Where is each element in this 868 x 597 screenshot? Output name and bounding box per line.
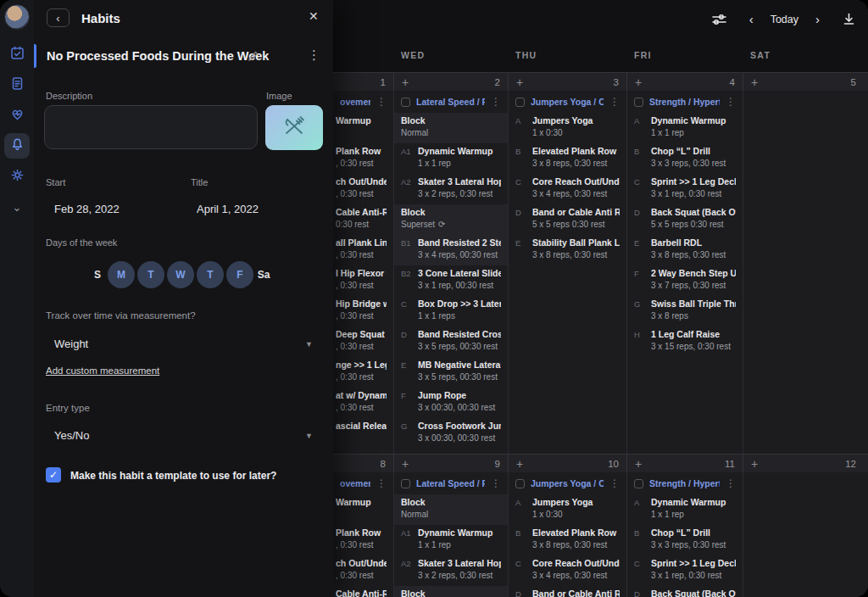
close-icon[interactable]: ✕ <box>309 9 319 23</box>
entry-type-caret-icon[interactable]: ▼ <box>305 432 313 440</box>
workout-title[interactable]: Jumpers Yoga / Core <box>531 97 604 107</box>
workout-title[interactable]: Lateral Speed / Plyo <box>416 478 485 488</box>
exercise-row[interactable]: GSwiss Ball Triple Threat3 x 8 reps <box>627 296 743 326</box>
exercise-row[interactable]: DBand Resisted Crossover...3 x 5 reps, 0… <box>394 326 508 357</box>
exercise-row[interactable]: A1Dynamic Warmup1 x 1 rep <box>394 143 508 174</box>
workout-kebab-menu-icon[interactable]: ⋮ <box>491 477 501 489</box>
exercise-row[interactable]: A2Skater 3 Lateral Hops >> ...3 x 2 reps… <box>394 174 508 204</box>
workout-checkbox[interactable] <box>634 479 643 488</box>
exercise-row[interactable]: DBack Squat (Back Off Set)5 x 5 reps 0:3… <box>627 586 743 597</box>
add-custom-measurement-link[interactable]: Add custom measurement <box>46 365 159 376</box>
exercise-row[interactable]: BChop “L” Drill3 x 3 reps, 0:30 rest <box>627 143 743 174</box>
exercise-row[interactable]: EMB Negative Lateral Hop...3 x 5 reps, 0… <box>394 357 508 388</box>
workout-kebab-menu-icon[interactable]: ⋮ <box>491 96 501 108</box>
sidebar-item-notifications[interactable] <box>4 133 30 159</box>
exercise-row[interactable]: ascial Release C... <box>333 418 393 449</box>
sidebar-item-settings[interactable] <box>4 164 30 189</box>
exercise-row[interactable]: DBand or Cable Anti Rotati...5 x 5 reps … <box>509 204 626 235</box>
sidebar-item-health[interactable] <box>4 103 30 128</box>
start-date-field[interactable]: Feb 28, 2022 <box>54 203 120 215</box>
exercise-row[interactable]: l Hip Flexor Rais..., 0:30 rest <box>333 265 393 296</box>
add-workout-button[interactable]: + <box>635 76 642 88</box>
workout-title[interactable]: Lateral Speed / Plyo <box>416 97 485 107</box>
day-toggle-t[interactable]: T <box>197 261 224 288</box>
template-checkbox[interactable]: ✓ <box>46 467 61 483</box>
exercise-row[interactable]: A1Dynamic Warmup1 x 1 rep <box>394 525 508 555</box>
day-toggle-s[interactable]: S <box>90 261 105 288</box>
add-workout-button[interactable]: + <box>635 458 642 470</box>
workout-title[interactable]: ovement Q... <box>340 97 370 107</box>
add-workout-button[interactable]: + <box>751 76 758 88</box>
exercise-row[interactable]: CBox Drop >> 3 Lateral H...1 x 1 reps <box>394 296 508 326</box>
add-workout-button[interactable]: + <box>402 458 409 470</box>
measurement-select[interactable]: Weight <box>54 338 88 350</box>
sidebar-item-documents[interactable] <box>4 72 30 98</box>
exercise-row[interactable]: DBand or Cable Anti Rotati...5 x 5 reps … <box>509 586 626 597</box>
exercise-row[interactable]: BElevated Plank Row3 x 8 reps, 0:30 rest <box>509 143 626 174</box>
measurement-caret-icon[interactable]: ▼ <box>305 340 313 349</box>
exercise-row[interactable]: BElevated Plank Row3 x 8 reps, 0:30 rest <box>509 525 626 555</box>
workout-title[interactable]: ovement Q... <box>340 478 370 488</box>
exercise-row[interactable]: AJumpers Yoga1 x 0:30 <box>509 494 626 525</box>
exercise-row[interactable]: ADynamic Warmup1 x 1 rep <box>627 113 743 143</box>
workout-checkbox[interactable] <box>401 98 410 107</box>
exercise-row[interactable]: CSprint >> 1 Leg Declarations3 x 1 rep, … <box>627 174 743 204</box>
prev-week-button[interactable]: ‹ <box>749 13 754 25</box>
exercise-row[interactable]: A2Skater 3 Lateral Hops >> ...3 x 2 reps… <box>394 555 508 586</box>
workout-kebab-menu-icon[interactable]: ⋮ <box>726 96 736 108</box>
workout-title[interactable]: Strength / Hypertro... <box>649 478 720 488</box>
filters-icon[interactable] <box>711 13 727 26</box>
exercise-row[interactable]: BChop “L” Drill3 x 3 reps, 0:30 rest <box>627 525 743 555</box>
end-date-field[interactable]: April 1, 2022 <box>197 203 259 215</box>
back-button[interactable]: ‹ <box>47 8 70 27</box>
exercise-row[interactable]: Warmup <box>333 494 393 525</box>
exercise-row[interactable]: EStability Ball Plank Linear ...3 x 8 re… <box>509 235 626 265</box>
workout-checkbox[interactable] <box>515 479 525 488</box>
exercise-row[interactable]: GCross Footwork Jump Rope3 x 00:30, 00:3… <box>394 418 508 449</box>
day-toggle-m[interactable]: M <box>108 261 135 288</box>
workout-checkbox[interactable] <box>634 98 643 107</box>
exercise-row[interactable]: ch Out/Under, 0:30 rest <box>333 555 393 586</box>
exercise-row[interactable]: Cable Anti-Rotati...0:30 rest <box>333 204 393 235</box>
day-toggle-w[interactable]: W <box>167 261 194 288</box>
workout-kebab-menu-icon[interactable]: ⋮ <box>726 477 736 489</box>
day-toggle-sa[interactable]: Sa <box>256 261 271 288</box>
description-input[interactable] <box>44 105 258 149</box>
habit-image-thumbnail[interactable] <box>265 105 323 150</box>
workout-kebab-menu-icon[interactable]: ⋮ <box>376 96 387 108</box>
exercise-row[interactable]: Cable Anti-Rotati...0:30 rest <box>333 586 393 597</box>
next-week-button[interactable]: › <box>815 13 820 25</box>
exercise-row[interactable]: EBarbell RDL3 x 8 reps, 0:30 rest <box>627 235 743 265</box>
workout-kebab-menu-icon[interactable]: ⋮ <box>609 96 620 108</box>
exercise-row[interactable]: ADynamic Warmup1 x 1 rep <box>627 494 743 525</box>
exercise-row[interactable]: H1 Leg Calf Raise3 x 15 reps, 0:30 rest <box>627 326 743 357</box>
exercise-row[interactable]: at w/ Dynamic P..., 0:30 rest <box>333 388 393 418</box>
exercise-row[interactable]: all Plank Linear ..., 0:30 rest <box>333 235 393 265</box>
exercise-row[interactable]: ch Out/Under, 0:30 rest <box>333 174 393 204</box>
edit-pencil-icon[interactable] <box>248 49 260 65</box>
exercise-row[interactable]: AJumpers Yoga1 x 0:30 <box>509 113 626 143</box>
exercise-row[interactable]: Warmup <box>333 113 393 143</box>
block-row[interactable]: BlockNormal <box>394 494 508 525</box>
block-row[interactable]: BlockSuperset⟳ <box>394 586 508 597</box>
workout-checkbox[interactable] <box>515 98 525 107</box>
add-workout-button[interactable]: + <box>751 458 758 470</box>
workout-checkbox[interactable] <box>401 479 410 488</box>
add-workout-button[interactable]: + <box>516 76 523 88</box>
exercise-row[interactable]: DBack Squat (Back Off Set)5 x 5 reps 0:3… <box>627 204 743 235</box>
exercise-row[interactable]: Hip Bridge w/ ..., 0:30 rest <box>333 296 393 326</box>
download-icon[interactable] <box>842 12 856 26</box>
add-workout-button[interactable]: + <box>402 76 409 88</box>
exercise-row[interactable]: F2 Way Bench Step Up3 x 7 reps, 0:30 res… <box>627 265 743 296</box>
workout-kebab-menu-icon[interactable]: ⋮ <box>376 477 387 489</box>
exercise-row[interactable]: Deep Squat Mo..., 0:30 rest <box>333 326 393 357</box>
workout-title[interactable]: Jumpers Yoga / Core <box>531 478 604 488</box>
today-button[interactable]: Today <box>771 14 798 25</box>
exercise-row[interactable]: Plank Row, 0:30 rest <box>333 525 393 555</box>
block-row[interactable]: BlockSuperset⟳ <box>394 204 508 235</box>
workout-title[interactable]: Strength / Hypertro... <box>649 97 720 107</box>
block-row[interactable]: BlockNormal <box>394 113 508 143</box>
exercise-row[interactable]: FJump Rope3 x 00:30, 00:30 rest <box>394 388 508 418</box>
avatar[interactable] <box>4 4 30 30</box>
exercise-row[interactable]: Plank Row, 0:30 rest <box>333 143 393 174</box>
